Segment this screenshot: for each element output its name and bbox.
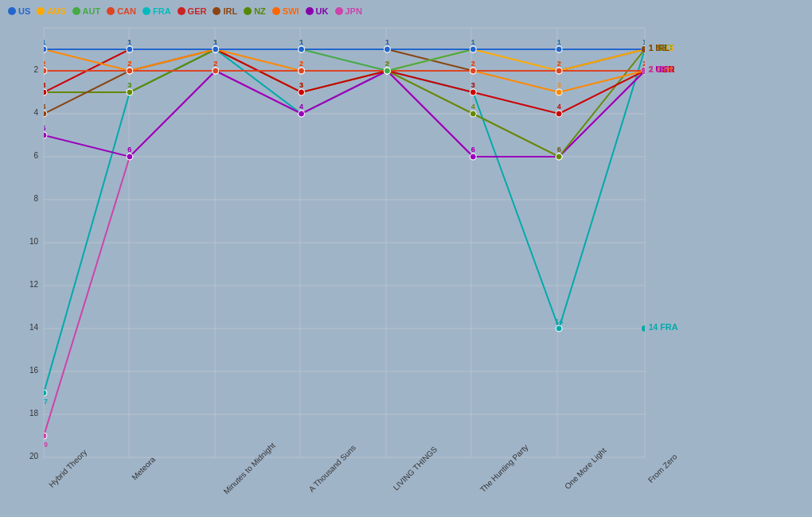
right-label-num-fra: 14 (649, 323, 658, 332)
right-label-code-jpn: JPN (656, 64, 673, 74)
legend-dot-can (107, 7, 115, 15)
legend-label-aus: AUS (47, 6, 65, 16)
legend-label-jpn: JPN (345, 6, 362, 16)
y-label-16: 16 (24, 366, 38, 375)
right-label-fra: 14FRA (649, 322, 678, 332)
top-legend-item-swi: SWI (272, 6, 299, 16)
y-label-6: 6 (24, 151, 38, 160)
legend-dot-irl (213, 7, 221, 15)
y-label-18: 18 (24, 409, 38, 418)
legend-label-swi: SWI (283, 6, 299, 16)
right-label-irl: 1IRL (649, 43, 670, 52)
legend-dot-aus (37, 7, 45, 15)
chart-canvas (44, 28, 645, 457)
right-label-num-jpn: 2 (649, 65, 654, 74)
legend-label-us: US (18, 6, 30, 16)
legend-label-aut: AUT (83, 6, 101, 16)
legend-label-fra: FRA (153, 6, 171, 16)
top-legend-container: USAUSAUTCANFRAGERIRLNZSWIUKJPN (8, 6, 362, 16)
legend-dot-jpn (335, 7, 343, 15)
legend-dot-ger (178, 7, 185, 15)
right-label-code-irl: IRL (656, 43, 670, 52)
top-legend-item-uk: UK (306, 6, 329, 16)
top-legend-item-jpn: JPN (335, 6, 362, 16)
legend-label-uk: UK (316, 6, 329, 16)
legend-label-nz: NZ (254, 6, 266, 16)
top-legend-item-ger: GER (178, 6, 207, 16)
legend-label-ger: GER (188, 6, 207, 16)
y-label-10: 10 (24, 237, 38, 246)
top-legend-item-nz: NZ (244, 6, 266, 16)
right-label-code-fra: FRA (660, 322, 678, 332)
legend-dot-us (8, 7, 16, 15)
chart-container: 1US1AUT2CAN2SWI2GER1AUS1NZ2UK1IRL2JPN14F… (0, 0, 812, 517)
top-legend-item-us: US (8, 6, 30, 16)
right-label-jpn: 2JPN (649, 64, 673, 74)
legend-dot-swi (272, 7, 280, 15)
legend-dot-uk (306, 7, 314, 15)
y-label-14: 14 (24, 323, 38, 332)
legend-dot-fra (142, 7, 150, 15)
y-label-2: 2 (24, 65, 38, 74)
top-legend-item-aus: AUS (37, 6, 65, 16)
legend-label-can: CAN (117, 6, 136, 16)
top-legend-item-can: CAN (107, 6, 136, 16)
legend-dot-nz (244, 7, 252, 15)
y-label-8: 8 (24, 194, 38, 203)
y-label-4: 4 (24, 108, 38, 117)
x-label-7: From Zero (646, 452, 679, 484)
top-legend-item-fra: FRA (142, 6, 171, 16)
right-label-num-irl: 1 (649, 44, 654, 52)
legend-dot-aut (72, 7, 80, 15)
legend-label-irl: IRL (223, 6, 237, 16)
top-legend-item-aut: AUT (72, 6, 101, 16)
y-label-20: 20 (24, 452, 38, 461)
x-label-1: Meteora (130, 455, 157, 482)
y-label-12: 12 (24, 280, 38, 289)
top-legend-item-irl: IRL (213, 6, 237, 16)
